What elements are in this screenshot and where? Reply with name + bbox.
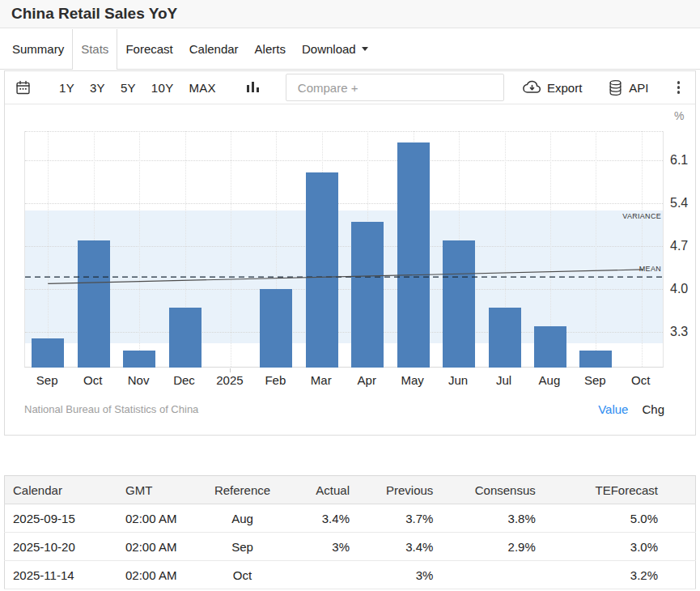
database-icon	[608, 79, 623, 96]
bar-feb-5	[260, 289, 292, 368]
tab-label: Forecast	[125, 42, 172, 56]
cell-actual: 3%	[283, 533, 354, 561]
cell-gmt: 02:00 AM	[121, 561, 202, 589]
column-header-reference: Reference	[202, 476, 282, 504]
column-header-teforecast: TEForecast	[541, 476, 696, 504]
v-gridline	[231, 131, 231, 367]
cell-calendar: 2025-10-20	[5, 533, 121, 561]
year-axis-tick	[230, 368, 231, 372]
range-buttons: 1Y3Y5Y10YMAX	[59, 81, 216, 95]
v-gridline	[596, 131, 596, 367]
bar-mar-6	[306, 172, 338, 368]
column-header-actual: Actual	[283, 476, 354, 504]
chart-area: % VARIANCEMEAN 6.15.44.74.03.3 SepOctNov…	[5, 104, 695, 435]
x-tick-label-may: May	[390, 373, 435, 387]
h-gridline	[25, 131, 663, 132]
h-gridline	[25, 246, 663, 247]
cloud-download-icon	[523, 79, 541, 96]
api-button[interactable]: API	[608, 79, 648, 96]
source-attribution: National Bureau of Statistics of China	[24, 403, 198, 415]
h-gridline	[25, 160, 663, 161]
date-range-calendar-button[interactable]	[15, 79, 32, 96]
table-row: 2025-11-1402:00 AMOct3%3.2%	[5, 561, 696, 589]
v-gridline	[48, 131, 49, 367]
v-gridline	[642, 131, 643, 367]
chevron-down-icon	[362, 47, 368, 51]
range-button-1y[interactable]: 1Y	[59, 81, 74, 95]
tab-download[interactable]: Download	[294, 29, 376, 69]
export-button[interactable]: Export	[523, 79, 582, 96]
toolbar-right-group: Export API	[523, 79, 695, 96]
cell-reference: Oct	[202, 561, 282, 589]
x-tick-label-oct: Oct	[70, 373, 116, 387]
release-calendar-table: CalendarGMTReferenceActualPreviousConsen…	[4, 475, 696, 589]
range-button-3y[interactable]: 3Y	[90, 81, 105, 95]
x-tick-label-sep: Sep	[572, 373, 617, 387]
cell-reference: Aug	[202, 504, 282, 533]
column-header-consensus: Consensus	[438, 476, 540, 504]
cell-consensus	[438, 561, 540, 589]
x-tick-label-2025: 2025	[207, 373, 252, 387]
bar-dec-3	[169, 308, 202, 368]
kebab-dot	[677, 81, 681, 84]
bar-oct-1	[78, 240, 110, 368]
bar-sep-0	[32, 338, 64, 368]
tab-calendar[interactable]: Calendar	[181, 29, 247, 69]
column-header-gmt: GMT	[121, 476, 202, 504]
chart-type-button[interactable]	[246, 80, 260, 95]
kebab-dot	[677, 86, 681, 89]
cell-teforecast: 5.0%	[541, 504, 696, 533]
bar-jul-10	[489, 308, 521, 368]
bar-aug-11	[534, 326, 566, 368]
tab-summary[interactable]: Summary	[0, 29, 72, 69]
page-title: China Retail Sales YoY	[0, 0, 700, 28]
bar-apr-7	[351, 222, 384, 368]
cell-consensus: 3.8%	[438, 504, 540, 533]
range-button-max[interactable]: MAX	[189, 81, 215, 95]
tab-bar: SummaryStatsForecastCalendarAlertsDownlo…	[0, 29, 700, 70]
x-tick-label-dec: Dec	[162, 373, 207, 387]
y-tick-label: 4.0	[670, 282, 688, 296]
cell-teforecast: 3.0%	[541, 533, 696, 561]
series-toggle: Value Chg	[598, 402, 664, 416]
column-chart-icon	[246, 80, 260, 95]
cell-gmt: 02:00 AM	[121, 533, 202, 561]
kebab-menu-button[interactable]	[673, 79, 685, 96]
plot-area: VARIANCEMEAN	[24, 131, 664, 368]
compare-input[interactable]	[286, 74, 504, 101]
tab-label: Calendar	[189, 42, 239, 56]
chart-card: 1Y3Y5Y10YMAX Export	[4, 70, 696, 436]
h-gridline	[25, 289, 663, 290]
x-tick-label-apr: Apr	[344, 373, 389, 387]
bar-sep-12	[579, 351, 612, 368]
range-button-10y[interactable]: 10Y	[151, 81, 174, 95]
x-tick-label-jul: Jul	[482, 373, 527, 387]
cell-actual	[283, 561, 354, 589]
x-tick-label-nov: Nov	[116, 373, 161, 387]
cell-previous: 3.4%	[354, 533, 438, 561]
cell-reference: Sep	[202, 533, 282, 561]
y-tick-label: 6.1	[670, 153, 688, 168]
chg-toggle[interactable]: Chg	[642, 402, 664, 416]
h-gridline	[25, 203, 663, 204]
y-tick-label: 4.7	[670, 239, 688, 253]
cell-teforecast: 3.2%	[541, 561, 696, 589]
x-tick-label-feb: Feb	[252, 373, 298, 387]
page-header: China Retail Sales YoY	[0, 0, 700, 28]
tab-label: Alerts	[255, 42, 286, 56]
tab-forecast[interactable]: Forecast	[117, 29, 180, 69]
mean-label: MEAN	[639, 265, 661, 273]
bar-nov-2	[123, 351, 155, 368]
tab-stats[interactable]: Stats	[72, 29, 117, 69]
table-row: 2025-10-2002:00 AMSep3%3.4%2.9%3.0%	[5, 533, 696, 561]
cell-calendar: 2025-09-15	[5, 504, 121, 533]
tab-alerts[interactable]: Alerts	[247, 29, 294, 69]
x-tick-label-sep: Sep	[24, 373, 70, 387]
variance-label: VARIANCE	[622, 212, 661, 220]
value-toggle[interactable]: Value	[598, 402, 628, 416]
range-button-5y[interactable]: 5Y	[121, 81, 136, 95]
x-tick-label-aug: Aug	[527, 373, 572, 387]
variance-band	[25, 210, 663, 342]
tab-label: Summary	[12, 42, 64, 56]
cell-consensus: 2.9%	[438, 533, 540, 561]
